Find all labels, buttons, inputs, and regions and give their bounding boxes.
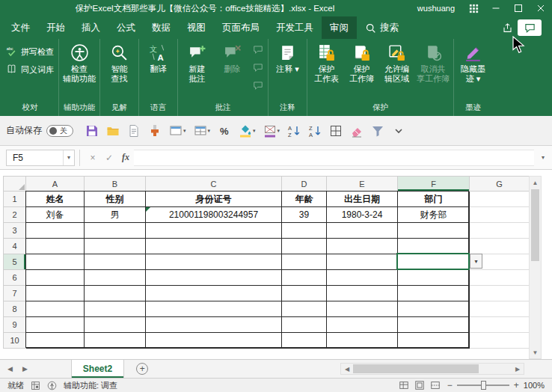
freeze-panes-button[interactable]: ▾ <box>166 120 189 141</box>
close-button[interactable] <box>530 0 552 16</box>
new-sheet-button[interactable]: + <box>136 363 148 375</box>
cell-C6[interactable] <box>146 270 282 286</box>
horizontal-scrollbar[interactable]: ◀ ▶ <box>340 363 524 375</box>
cell-G8[interactable] <box>470 301 530 317</box>
zoom-in-icon[interactable]: + <box>514 380 519 391</box>
cell-F9[interactable] <box>398 317 470 333</box>
cell-A4[interactable] <box>26 239 85 254</box>
allow-edit-ranges-button[interactable]: 允许编辑区域 <box>380 40 414 84</box>
cell-A9[interactable] <box>26 317 85 333</box>
insert-function-button[interactable]: fx <box>117 152 134 163</box>
horizontal-scroll-thumb[interactable] <box>353 364 479 373</box>
tab-search[interactable]: 搜索 <box>357 16 407 39</box>
spell-check-button[interactable]: abc拼写检查 <box>4 43 56 58</box>
cell-C1[interactable]: 身份证号 <box>146 192 282 207</box>
cell-C4[interactable] <box>146 239 282 254</box>
cell-B1[interactable]: 性别 <box>85 192 146 207</box>
cell-G1[interactable] <box>470 192 530 207</box>
tab-file[interactable]: 文件 <box>3 16 38 39</box>
page-layout-view-icon[interactable] <box>414 380 425 391</box>
customize-toolbar-button[interactable] <box>389 120 408 141</box>
fill-color-button[interactable]: ▾ <box>236 120 259 141</box>
cell-C3[interactable] <box>146 223 282 239</box>
cell-A2[interactable]: 刘备 <box>26 207 85 223</box>
row-header-1[interactable]: 1 <box>4 192 26 207</box>
cell-B10[interactable] <box>85 333 146 349</box>
zoom-slider-knob[interactable] <box>481 381 486 390</box>
cell-G6[interactable] <box>470 270 530 286</box>
column-header-A[interactable]: A <box>26 177 85 192</box>
tab-review[interactable]: 审阅 <box>322 16 357 39</box>
row-header-6[interactable]: 6 <box>4 270 26 286</box>
cell-G4[interactable] <box>470 239 530 254</box>
new-comment-button[interactable]: 新建批注 <box>180 40 214 84</box>
row-header-5[interactable]: 5 <box>4 254 26 270</box>
cell-E7[interactable] <box>327 286 398 301</box>
cell-F7[interactable] <box>398 286 470 301</box>
cell-B5[interactable] <box>85 254 146 270</box>
previous-sheet-icon[interactable]: ◀ <box>7 365 13 373</box>
cell-E9[interactable] <box>327 317 398 333</box>
sort-ascending-button[interactable]: AZ <box>284 120 304 141</box>
cell-E2[interactable]: 1980-3-24 <box>327 207 398 223</box>
cell-D1[interactable]: 年龄 <box>282 192 327 207</box>
print-preview-button[interactable] <box>124 120 144 141</box>
cell-B7[interactable] <box>85 286 146 301</box>
formula-bar-expand-icon[interactable]: ▾ <box>534 154 552 161</box>
accessibility-status[interactable]: 辅助功能: 调查 <box>64 380 117 391</box>
scroll-right-icon[interactable]: ▶ <box>512 364 524 374</box>
cell-G10[interactable] <box>470 333 530 349</box>
cell-E8[interactable] <box>327 301 398 317</box>
tab-page-layout[interactable]: 页面布局 <box>214 16 268 39</box>
minimize-button[interactable] <box>485 0 507 16</box>
cell-C2[interactable]: 210001198003244957 <box>146 207 282 223</box>
cell-D8[interactable] <box>282 301 327 317</box>
column-header-C[interactable]: C <box>146 177 282 192</box>
cell-D9[interactable] <box>282 317 327 333</box>
protect-sheet-button[interactable]: 保护工作表 <box>310 40 343 84</box>
confirm-entry-button[interactable]: ✓ <box>101 153 117 163</box>
cell-B4[interactable] <box>85 239 146 254</box>
cell-B8[interactable] <box>85 301 146 317</box>
cell-F3[interactable] <box>398 223 470 239</box>
row-header-7[interactable]: 7 <box>4 286 26 301</box>
cell-D6[interactable] <box>282 270 327 286</box>
cell-F4[interactable] <box>398 239 470 254</box>
cell-F6[interactable] <box>398 270 470 286</box>
row-header-8[interactable]: 8 <box>4 301 26 317</box>
cell-F2[interactable]: 财务部 <box>398 207 470 223</box>
row-header-2[interactable]: 2 <box>4 207 26 223</box>
cell-D2[interactable]: 39 <box>282 207 327 223</box>
cell-F5[interactable] <box>398 254 470 270</box>
column-header-F[interactable]: F <box>398 177 470 192</box>
vertical-scroll-thumb[interactable] <box>531 189 539 261</box>
cell-E4[interactable] <box>327 239 398 254</box>
cancel-entry-button[interactable]: × <box>85 153 101 163</box>
tab-home[interactable]: 开始 <box>38 16 73 39</box>
cell-E1[interactable]: 出生日期 <box>327 192 398 207</box>
cell-C10[interactable] <box>146 333 282 349</box>
tab-view[interactable]: 视图 <box>179 16 214 39</box>
cell-C7[interactable] <box>146 286 282 301</box>
tab-formulas[interactable]: 公式 <box>108 16 144 39</box>
row-header-4[interactable]: 4 <box>4 239 26 254</box>
cell-C8[interactable] <box>146 301 282 317</box>
hide-ink-button[interactable]: 隐藏墨迹 ▾ <box>456 40 490 84</box>
horizontal-scroll-track[interactable] <box>479 364 512 374</box>
name-box[interactable]: F5 ▾ <box>6 150 75 166</box>
cell-B9[interactable] <box>85 317 146 333</box>
share-button[interactable] <box>497 16 518 39</box>
cell-F10[interactable] <box>398 333 470 349</box>
cell-G2[interactable] <box>470 207 530 223</box>
check-accessibility-button[interactable]: 检查辅助功能 <box>61 40 97 84</box>
cell-C5[interactable] <box>146 254 282 270</box>
cell-A5[interactable] <box>26 254 85 270</box>
cell-A3[interactable] <box>26 223 85 239</box>
cell-A8[interactable] <box>26 301 85 317</box>
thesaurus-button[interactable]: 同义词库 <box>4 61 56 76</box>
autosave-toggle[interactable]: 关 <box>46 125 73 137</box>
vertical-scrollbar[interactable]: ▲ ▼ <box>529 176 542 359</box>
open-button[interactable] <box>103 120 123 141</box>
cell-C9[interactable] <box>146 317 282 333</box>
scroll-down-icon[interactable]: ▼ <box>530 346 541 358</box>
